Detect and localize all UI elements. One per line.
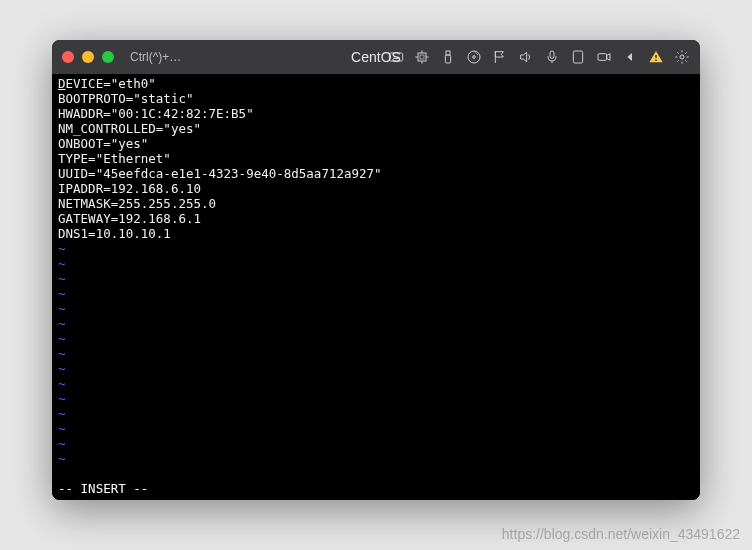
tilde-line: ~ — [58, 451, 694, 466]
file-line: HWADDR="00:1C:42:82:7E:B5" — [58, 106, 694, 121]
tilde-line: ~ — [58, 346, 694, 361]
svg-rect-12 — [446, 51, 450, 55]
tilde-line: ~ — [58, 391, 694, 406]
tilde-line: ~ — [58, 241, 694, 256]
svg-rect-18 — [550, 51, 554, 58]
svg-rect-6 — [418, 53, 426, 61]
cpu-icon[interactable] — [414, 49, 430, 65]
tablet-icon[interactable] — [570, 49, 586, 65]
camera-icon[interactable] — [596, 49, 612, 65]
tilde-line: ~ — [58, 316, 694, 331]
file-line: UUID="45eefdca-e1e1-4323-9e40-8d5aa712a9… — [58, 166, 694, 181]
file-line: DNS1=10.10.10.1 — [58, 226, 694, 241]
svg-point-15 — [473, 56, 476, 59]
minimize-button[interactable] — [82, 51, 94, 63]
file-line: IPADDR=192.168.6.10 — [58, 181, 694, 196]
svg-rect-22 — [598, 54, 607, 61]
terminal[interactable]: DEVICE="eth0" BOOTPROTO="static" HWADDR=… — [52, 74, 700, 500]
file-line: ONBOOT="yes" — [58, 136, 694, 151]
file-line: NETMASK=255.255.255.0 — [58, 196, 694, 211]
file-line: GATEWAY=192.168.6.1 — [58, 211, 694, 226]
tilde-line: ~ — [58, 271, 694, 286]
tilde-line: ~ — [58, 331, 694, 346]
file-line: TYPE="Ethernet" — [58, 151, 694, 166]
svg-point-25 — [680, 55, 684, 59]
file-line: BOOTPROTO="static" — [58, 91, 694, 106]
usb-icon[interactable] — [440, 49, 456, 65]
shortcut-hint: Ctrl(^)+… — [130, 50, 181, 64]
warning-icon[interactable] — [648, 49, 664, 65]
svg-rect-20 — [573, 51, 582, 63]
tilde-line: ~ — [58, 406, 694, 421]
mic-icon[interactable] — [544, 49, 560, 65]
svg-rect-13 — [445, 55, 450, 63]
file-line: NM_CONTROLLED="yes" — [58, 121, 694, 136]
file-line: DEVICE="eth0" — [58, 76, 694, 91]
tilde-line: ~ — [58, 436, 694, 451]
svg-point-24 — [655, 60, 657, 62]
tilde-line: ~ — [58, 256, 694, 271]
maximize-button[interactable] — [102, 51, 114, 63]
titlebar: Ctrl(^)+… CentOS — [52, 40, 700, 74]
svg-rect-7 — [420, 55, 424, 59]
watermark: https://blog.csdn.net/weixin_43491622 — [502, 526, 740, 542]
line-rest: EVICE="eth0" — [66, 76, 156, 91]
tilde-line: ~ — [58, 421, 694, 436]
vm-window: Ctrl(^)+… CentOS DEVICE="eth0" BOOTPROTO… — [52, 40, 700, 500]
sound-icon[interactable] — [518, 49, 534, 65]
flag-icon[interactable] — [492, 49, 508, 65]
cursor-char: D — [58, 76, 66, 91]
back-icon[interactable] — [622, 49, 638, 65]
traffic-lights — [62, 51, 114, 63]
gear-icon[interactable] — [674, 49, 690, 65]
window-title: CentOS — [351, 49, 401, 65]
tilde-filler: ~~~~~~~~~~~~~~~ — [58, 241, 694, 481]
vim-status-line: -- INSERT -- — [58, 481, 694, 496]
toolbar-icons — [388, 49, 690, 65]
svg-point-14 — [468, 51, 480, 63]
tilde-line: ~ — [58, 286, 694, 301]
tilde-line: ~ — [58, 376, 694, 391]
tilde-line: ~ — [58, 301, 694, 316]
disc-icon[interactable] — [466, 49, 482, 65]
close-button[interactable] — [62, 51, 74, 63]
tilde-line: ~ — [58, 361, 694, 376]
